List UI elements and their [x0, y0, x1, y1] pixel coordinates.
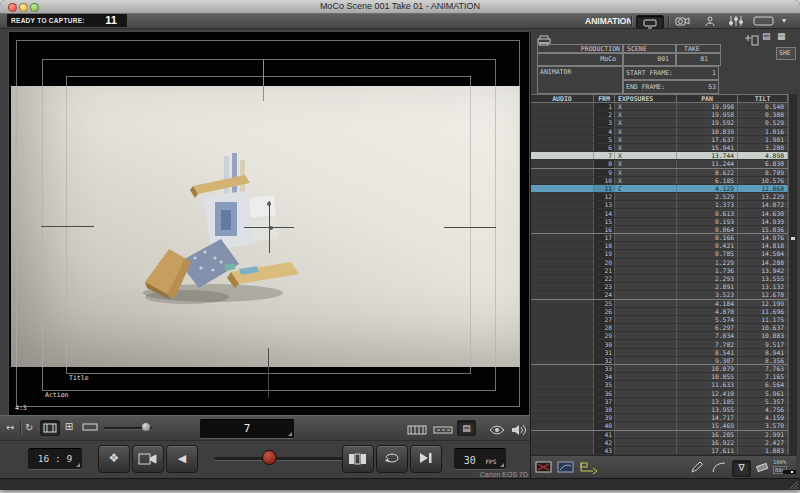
xsheet-cell-audio[interactable] [531, 267, 594, 274]
xsheet-cell-audio[interactable] [531, 381, 594, 388]
xsheet-cell-expo[interactable] [615, 234, 677, 241]
xsheet-cell-frm[interactable]: 34 [594, 373, 615, 380]
xsheet-cell-frm[interactable]: 4 [594, 128, 615, 135]
xsheet-cell-frm[interactable]: 7 [594, 152, 615, 159]
fps-selector[interactable]: 30 FPS [454, 448, 506, 470]
xsheet-cell-tilt[interactable]: 8.356 [738, 357, 788, 364]
xsheet-cell-expo[interactable]: X [615, 160, 677, 167]
xsheet-row[interactable]: 150.19314.939 [531, 218, 788, 226]
aspect-ratio-selector[interactable]: 16 : 9 [28, 448, 82, 470]
xsheet-cell-tilt[interactable]: 8.941 [738, 349, 788, 356]
xsheet-row[interactable]: 4X18.8391.016 [531, 128, 788, 136]
xsheet-cell-expo[interactable]: X [615, 119, 677, 126]
xsheet-cell-expo[interactable] [615, 324, 677, 331]
xsheet-row[interactable]: 318.5418.941 [531, 349, 788, 357]
xsheet-cell-expo[interactable] [615, 439, 677, 446]
xsheet-row[interactable]: 122.52913.229 [531, 193, 788, 201]
loop-button[interactable] [376, 445, 408, 473]
xsheet-cell-expo[interactable] [615, 316, 677, 323]
play-reverse-button[interactable]: ◀ [166, 445, 198, 473]
xsheet-cell-frm[interactable]: 1 [594, 103, 615, 110]
xsheet-cell-expo[interactable]: X [615, 152, 677, 159]
opacity-slider-knob[interactable] [791, 471, 793, 473]
xsheet-cell-expo[interactable] [615, 250, 677, 257]
xsheet-cell-tilt[interactable]: 12.678 [738, 291, 788, 298]
xsheet-cell-tilt[interactable]: 7.763 [738, 365, 788, 372]
xsheet-cell-tilt[interactable]: 6.564 [738, 381, 788, 388]
column-header-pan[interactable]: PAN [677, 94, 738, 103]
xsheet-row[interactable]: 3410.8557.165 [531, 373, 788, 381]
xsheet-cell-frm[interactable]: 37 [594, 398, 615, 405]
xsheet-cell-audio[interactable] [531, 275, 594, 282]
xsheet-cell-frm[interactable]: 30 [594, 340, 615, 347]
exposure-strip-button[interactable] [433, 422, 453, 440]
xsheet-cell-tilt[interactable]: 12.199 [738, 300, 788, 307]
xsheet-cell-tilt[interactable]: 12.068 [738, 185, 788, 192]
xsheet-cell-expo[interactable] [615, 365, 677, 372]
opacity-slider[interactable] [783, 470, 796, 474]
xsheet-cell-audio[interactable] [531, 136, 594, 143]
xsheet-cell-audio[interactable] [531, 201, 594, 208]
xsheet-scrollbar[interactable] [788, 94, 797, 455]
xsheet-row[interactable]: 131.37314.072 [531, 201, 788, 209]
xsheet-cell-pan[interactable]: 13.955 [677, 406, 738, 413]
xsheet-cell-tilt[interactable]: 3.570 [738, 422, 788, 429]
xsheet-cell-pan[interactable]: 19.592 [677, 119, 738, 126]
xsheet-cell-frm[interactable]: 18 [594, 242, 615, 249]
xsheet-row[interactable]: 243.52312.678 [531, 291, 788, 299]
xsheet-cell-frm[interactable]: 19 [594, 250, 615, 257]
xsheet-cell-pan[interactable]: 10.855 [677, 373, 738, 380]
xsheet-cell-tilt[interactable]: 13.942 [738, 267, 788, 274]
xsheet-cell-frm[interactable]: 31 [594, 349, 615, 356]
resize-grip[interactable] [789, 480, 799, 490]
xsheet-cell-frm[interactable]: 13 [594, 201, 615, 208]
xsheet-cell-audio[interactable] [531, 390, 594, 397]
xsheet-row[interactable]: 211.73613.942 [531, 267, 788, 275]
column-header-tilt[interactable]: TILT [738, 94, 788, 103]
pan-h-icon[interactable]: ↔ [6, 416, 14, 440]
xsheet-cell-audio[interactable] [531, 373, 594, 380]
xsheet-cell-audio[interactable] [531, 308, 594, 315]
camera-viewport[interactable]: Title Action 4:3 [8, 31, 530, 416]
step-to-end-button[interactable] [410, 445, 442, 473]
xsheet-cell-frm[interactable]: 38 [594, 406, 615, 413]
xsheet-cell-pan[interactable]: 15.941 [677, 144, 738, 151]
xsheet-row[interactable]: 2X19.9580.388 [531, 111, 788, 119]
xsheet-row[interactable]: 3X19.5920.529 [531, 119, 788, 127]
xsheet-row[interactable]: 232.89113.132 [531, 283, 788, 291]
xsheet-cell-frm[interactable]: 6 [594, 144, 615, 151]
xsheet-cell-tilt[interactable]: 10.576 [738, 177, 788, 184]
xsheet-row[interactable]: 4216.9222.427 [531, 439, 788, 447]
xsheet-row[interactable]: 4015.4693.570 [531, 422, 788, 430]
xsheet-cell-pan[interactable]: 2.529 [677, 193, 738, 200]
xsheet-row[interactable]: 254.18412.199 [531, 300, 788, 308]
xsheet-cell-expo[interactable] [615, 242, 677, 249]
xsheet-cell-expo[interactable] [615, 390, 677, 397]
xsheet-cell-expo[interactable] [615, 349, 677, 356]
xsheet-cell-frm[interactable]: 29 [594, 332, 615, 339]
titlebar[interactable]: MoCo Scene 001 Take 01 - ANIMATION [0, 0, 800, 14]
sheet-tab[interactable]: SHE [776, 47, 796, 60]
xsheet-cell-audio[interactable] [531, 144, 594, 151]
xsheet-cell-expo[interactable] [615, 447, 677, 454]
pencil-tool-button[interactable] [689, 460, 705, 475]
xsheet-cell-expo[interactable] [615, 332, 677, 339]
xsheet-row[interactable]: 275.57411.175 [531, 316, 788, 324]
xsheet-cell-pan[interactable]: 0.613 [677, 209, 738, 216]
xsheet-row[interactable]: 264.87011.696 [531, 308, 788, 316]
xsheet-cell-tilt[interactable]: 7.165 [738, 373, 788, 380]
xsheet-cell-tilt[interactable]: 11.175 [738, 316, 788, 323]
list-view-icon[interactable]: ▤ [762, 31, 771, 41]
xsheet-cell-pan[interactable]: 19.998 [677, 103, 738, 110]
xsheet-row[interactable]: 5X17.6371.901 [531, 136, 788, 144]
rotate-view-icon[interactable]: ↻ [25, 416, 33, 440]
stepper-handle[interactable] [288, 432, 292, 436]
xsheet-cell-pan[interactable]: 4.184 [677, 300, 738, 307]
xsheet-cell-tilt[interactable]: 4.159 [738, 414, 788, 421]
xsheet-cell-expo[interactable] [615, 218, 677, 225]
xsheet-cell-pan[interactable]: 2.293 [677, 275, 738, 282]
xsheet-row[interactable]: 170.16614.976 [531, 234, 788, 242]
xsheet-cell-frm[interactable]: 3 [594, 119, 615, 126]
xsheet-cell-frm[interactable]: 5 [594, 136, 615, 143]
xsheet-cell-frm[interactable]: 14 [594, 209, 615, 216]
